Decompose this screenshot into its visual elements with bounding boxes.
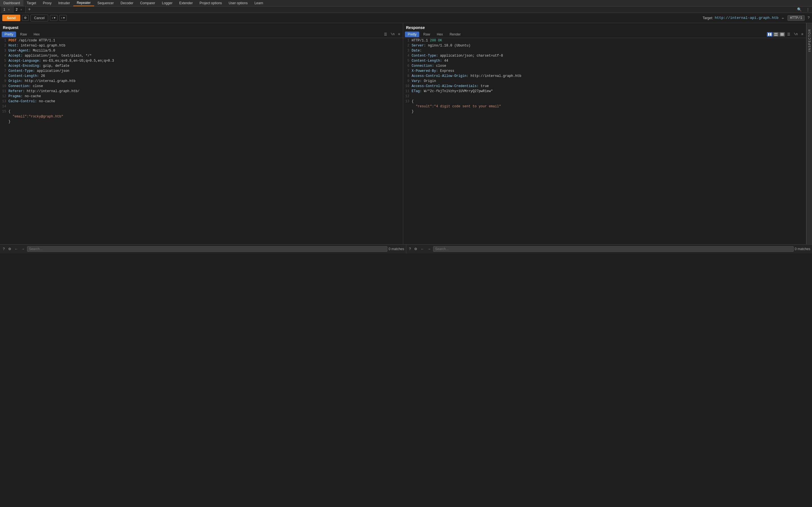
tab-1-label: 1 bbox=[3, 8, 5, 11]
request-matches-count: 0 matches bbox=[389, 247, 404, 251]
tab-add-button[interactable]: + bbox=[26, 6, 33, 13]
response-tab-render[interactable]: Render bbox=[447, 32, 463, 37]
request-code-area[interactable]: 1 POST /api/code HTTP/1.1 2 Host: intern… bbox=[0, 38, 403, 244]
request-line-11: 11 Referer: http://internal.graph.htb/ bbox=[0, 89, 403, 94]
target-url: http://internal-api.graph.htb bbox=[715, 16, 778, 20]
nav-intruder[interactable]: Intruder bbox=[55, 0, 73, 6]
response-panel: Response Pretty Raw Hex Render bbox=[403, 23, 806, 244]
inspector-label: INSPECTOR bbox=[808, 29, 811, 52]
response-line-14: "result":"4 digit code sent to your emai… bbox=[403, 105, 806, 110]
toolbar: Send ⚙ Cancel ‹ ▾ › ▾ Target: http://int… bbox=[0, 13, 812, 23]
view-icons bbox=[767, 32, 785, 37]
response-format-icon[interactable]: ☰ bbox=[786, 32, 792, 37]
view-split-icon[interactable] bbox=[767, 32, 772, 37]
request-next-match-button[interactable]: → bbox=[20, 246, 26, 251]
request-line-6: 6 Accept-Encoding: gzip, deflate bbox=[0, 64, 403, 69]
tab-1[interactable]: 1 × bbox=[1, 6, 13, 13]
response-line-12: 12 bbox=[403, 94, 806, 100]
response-panel-tabs: Pretty Raw Hex Render ☰ \n bbox=[403, 31, 806, 38]
request-wrap-icon[interactable]: \n bbox=[389, 32, 396, 37]
view-single-icon[interactable] bbox=[779, 32, 785, 37]
svg-rect-1 bbox=[770, 33, 771, 36]
nav-extender[interactable]: Extender bbox=[176, 0, 196, 6]
response-line-15: } bbox=[403, 110, 806, 115]
response-line-10: 10 Access-Control-Allow-Credentials: tru… bbox=[403, 84, 806, 89]
tabs-bar: 1 × 2 × + 🔍 ⋮ bbox=[0, 6, 812, 13]
nav-logger[interactable]: Logger bbox=[158, 0, 175, 6]
request-line-4: 4 Accept: application/json, text/plain, … bbox=[0, 54, 403, 59]
target-label: Target: bbox=[703, 16, 713, 20]
response-tab-raw[interactable]: Raw bbox=[420, 32, 433, 37]
tab-2-close[interactable]: × bbox=[19, 8, 23, 11]
response-line-13: 13 { bbox=[403, 100, 806, 105]
nav-sequencer[interactable]: Sequencer bbox=[94, 0, 117, 6]
request-line-3: 3 User-Agent: Mozilla/5.0 bbox=[0, 49, 403, 54]
response-search-input[interactable] bbox=[433, 246, 794, 252]
response-line-6: 6 Connection: close bbox=[403, 64, 806, 69]
nav-comparer[interactable]: Comparer bbox=[137, 0, 158, 6]
nav-user-options[interactable]: User options bbox=[225, 0, 251, 6]
request-line-13: 13 Cache-Control: no-cache bbox=[0, 100, 403, 105]
response-panel-title: Response bbox=[403, 23, 806, 31]
request-search-input[interactable] bbox=[27, 246, 388, 252]
request-line-17: } bbox=[0, 120, 403, 125]
target-edit-icon[interactable]: ✏ bbox=[782, 16, 784, 20]
request-tab-hex[interactable]: Hex bbox=[31, 32, 42, 37]
nav-learn[interactable]: Learn bbox=[251, 0, 266, 6]
inspector-sidebar[interactable]: INSPECTOR bbox=[806, 23, 812, 244]
search-icon[interactable]: 🔍 bbox=[795, 7, 804, 12]
request-line-12: 12 Pragma: no-cache bbox=[0, 94, 403, 100]
nav-project-options[interactable]: Project options bbox=[196, 0, 225, 6]
response-prev-match-button[interactable]: ← bbox=[419, 246, 425, 251]
request-help-icon[interactable]: ? bbox=[2, 246, 6, 251]
response-line-1: 1 HTTP/1.1 200 OK bbox=[403, 39, 806, 44]
request-panel-tabs: Pretty Raw Hex ☰ \n ≡ bbox=[0, 31, 403, 38]
main-content: Request Pretty Raw Hex ☰ \n ≡ 1 POST /ap… bbox=[0, 23, 812, 244]
tab-2[interactable]: 2 × bbox=[13, 6, 26, 13]
nav-bar: Dashboard Target Proxy Intruder Repeater… bbox=[0, 0, 812, 6]
nav-back-button[interactable]: ‹ ▾ bbox=[50, 15, 57, 21]
nav-repeater[interactable]: Repeater bbox=[73, 0, 94, 6]
request-panel-title: Request bbox=[0, 23, 403, 31]
response-help-icon[interactable]: ? bbox=[408, 246, 412, 251]
svg-rect-2 bbox=[774, 33, 777, 34]
response-line-7: 7 X-Powered-By: Express bbox=[403, 69, 806, 74]
response-wrap-icon[interactable]: \n bbox=[793, 32, 799, 37]
nav-target[interactable]: Target bbox=[23, 0, 40, 6]
help-icon[interactable]: ? bbox=[808, 16, 810, 20]
request-line-15: 15 { bbox=[0, 110, 403, 115]
svg-rect-4 bbox=[780, 33, 784, 36]
request-format-icon[interactable]: ☰ bbox=[383, 32, 388, 37]
settings-icon[interactable]: ⚙ bbox=[22, 15, 29, 21]
response-code-area[interactable]: 1 HTTP/1.1 200 OK 2 Server: nginx/1.18.0… bbox=[403, 38, 806, 244]
response-tab-pretty[interactable]: Pretty bbox=[405, 32, 419, 37]
tab-1-close[interactable]: × bbox=[7, 8, 11, 11]
nav-dashboard[interactable]: Dashboard bbox=[0, 0, 23, 6]
nav-proxy[interactable]: Proxy bbox=[40, 0, 55, 6]
svg-rect-3 bbox=[774, 35, 777, 36]
response-more-icon[interactable]: ≡ bbox=[800, 32, 804, 37]
cancel-button[interactable]: Cancel bbox=[31, 15, 48, 21]
request-line-1: 1 POST /api/code HTTP/1.1 bbox=[0, 39, 403, 44]
response-line-8: 8 Access-Control-Allow-Origin: http://in… bbox=[403, 74, 806, 79]
request-settings-icon[interactable]: ⚙ bbox=[7, 246, 12, 251]
http-version[interactable]: HTTP/1 bbox=[788, 15, 805, 21]
request-panel: Request Pretty Raw Hex ☰ \n ≡ 1 POST /ap… bbox=[0, 23, 403, 244]
response-line-4: 4 Content-Type: application/json; charse… bbox=[403, 54, 806, 59]
response-line-9: 9 Vary: Origin bbox=[403, 79, 806, 84]
response-settings-icon[interactable]: ⚙ bbox=[413, 246, 418, 251]
request-prev-match-button[interactable]: ← bbox=[13, 246, 19, 251]
response-tab-hex[interactable]: Hex bbox=[434, 32, 446, 37]
send-button[interactable]: Send bbox=[2, 15, 20, 21]
request-tab-pretty[interactable]: Pretty bbox=[2, 32, 16, 37]
request-tab-raw[interactable]: Raw bbox=[17, 32, 30, 37]
response-next-match-button[interactable]: → bbox=[426, 246, 432, 251]
response-line-3: 3 Date: bbox=[403, 49, 806, 54]
response-bottom-bar: ? ⚙ ← → 0 matches bbox=[406, 244, 812, 253]
view-rows-icon[interactable] bbox=[773, 32, 779, 37]
more-options-icon[interactable]: ⋮ bbox=[804, 7, 812, 12]
request-more-icon[interactable]: ≡ bbox=[397, 32, 401, 37]
nav-forward-button[interactable]: › ▾ bbox=[59, 15, 67, 21]
response-line-5: 5 Content-Length: 44 bbox=[403, 59, 806, 64]
nav-decoder[interactable]: Decoder bbox=[117, 0, 137, 6]
